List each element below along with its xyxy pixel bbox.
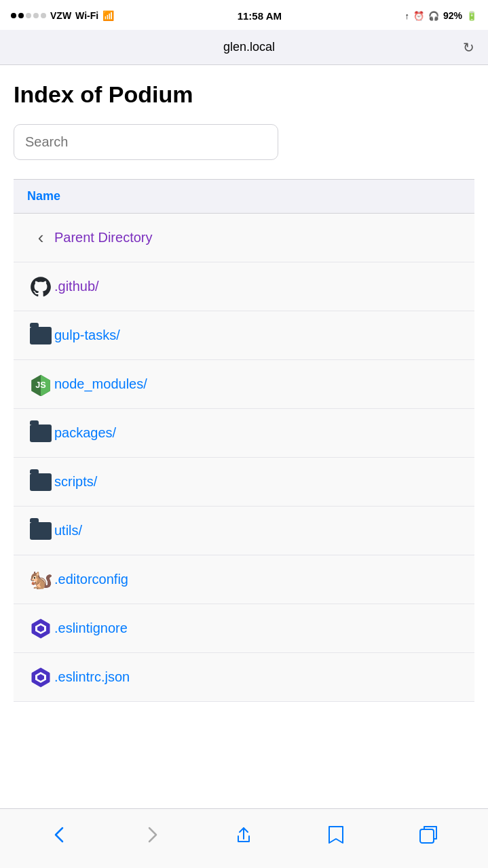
page-title: Index of Podium (14, 81, 474, 108)
dir-entry: .github/ (14, 262, 474, 311)
back-button[interactable] (39, 814, 80, 855)
dir-entry: 🐿️.editorconfig (14, 555, 474, 604)
dir-entry-link[interactable]: .github/ (54, 279, 461, 294)
dir-entry-link[interactable]: gulp-tasks/ (54, 328, 461, 343)
folder-icon (27, 425, 54, 442)
tabs-button[interactable] (408, 814, 449, 855)
signal-dots (11, 13, 46, 18)
svg-rect-8 (420, 829, 434, 843)
forward-button[interactable] (132, 814, 172, 855)
table-row: 🐿️.editorconfig (14, 555, 474, 604)
carrier-label: VZW (50, 10, 71, 21)
signal-dot-5 (41, 13, 46, 18)
dir-entry: gulp-tasks/ (14, 311, 474, 360)
dir-entry: .eslintignore (14, 604, 474, 653)
share-button[interactable] (223, 814, 264, 855)
dir-entry-link[interactable]: node_modules/ (54, 376, 461, 392)
signal-dot-2 (18, 13, 24, 18)
network-label: Wi-Fi (75, 10, 98, 21)
dir-entry: utils/ (14, 507, 474, 555)
signal-dot-1 (11, 13, 16, 18)
wifi-icon: 📶 (102, 10, 114, 21)
table-row: scripts/ (14, 458, 474, 507)
status-left: VZW Wi-Fi 📶 (11, 10, 114, 21)
table-header: Name (14, 180, 474, 214)
table-row: JS node_modules/ (14, 360, 474, 409)
directory-table: Name ‹Parent Directory .github/gulp-task… (14, 179, 474, 702)
headphone-icon: 🎧 (428, 11, 439, 21)
location-icon: ↑ (405, 11, 409, 21)
dir-entry-link[interactable]: Parent Directory (54, 230, 461, 245)
bottom-navigation (0, 808, 488, 868)
dir-entry-link[interactable]: scripts/ (54, 474, 461, 490)
url-bar[interactable]: glen.local (38, 40, 460, 54)
table-row: gulp-tasks/ (14, 311, 474, 360)
dir-entry: packages/ (14, 409, 474, 458)
dir-entry-link[interactable]: .eslintignore (54, 620, 461, 636)
status-bar: VZW Wi-Fi 📶 11:58 AM ↑ ⏰ 🎧 92% 🔋 (0, 0, 488, 30)
svg-text:JS: JS (35, 380, 46, 390)
eslint-icon (27, 667, 54, 688)
directory-body: ‹Parent Directory .github/gulp-tasks/ JS… (14, 214, 474, 703)
browser-bar: glen.local ↻ (0, 30, 488, 65)
alarm-icon: ⏰ (413, 11, 424, 21)
folder-icon (27, 327, 54, 344)
dir-entry-link[interactable]: .eslintrc.json (54, 669, 461, 685)
table-row: packages/ (14, 409, 474, 458)
battery-label: 92% (443, 10, 462, 21)
table-row: ‹Parent Directory (14, 214, 474, 263)
bookmarks-button[interactable] (316, 814, 356, 855)
folder-icon (30, 522, 52, 540)
table-row: .eslintrc.json (14, 653, 474, 702)
squirrel-icon: 🐿️ (27, 568, 54, 591)
table-row: .github/ (14, 262, 474, 311)
search-input[interactable] (14, 124, 278, 160)
eslint-icon (27, 618, 54, 639)
dir-entry: JS node_modules/ (14, 360, 474, 409)
name-column-header: Name (14, 180, 474, 214)
dir-entry: ‹Parent Directory (14, 214, 474, 262)
dir-entry: scripts/ (14, 458, 474, 507)
folder-icon (30, 473, 52, 491)
folder-icon (27, 522, 54, 540)
signal-dot-3 (26, 13, 31, 18)
folder-icon (30, 425, 52, 442)
reload-button[interactable]: ↻ (460, 37, 477, 58)
signal-dot-4 (33, 13, 39, 18)
table-row: utils/ (14, 507, 474, 555)
dir-entry-link[interactable]: .editorconfig (54, 572, 461, 587)
parent-arrow-icon: ‹ (38, 227, 44, 248)
battery-icon: 🔋 (466, 11, 477, 21)
squirrel-icon: 🐿️ (29, 568, 53, 591)
folder-icon (27, 473, 54, 491)
page-content: Index of Podium Name ‹Parent Directory .… (0, 65, 488, 770)
dir-entry-link[interactable]: utils/ (54, 523, 461, 538)
table-row: .eslintignore (14, 604, 474, 653)
dir-entry-link[interactable]: packages/ (54, 425, 461, 441)
nodejs-icon: JS (27, 373, 54, 396)
github-icon (27, 275, 54, 298)
dir-entry: .eslintrc.json (14, 653, 474, 702)
status-time: 11:58 AM (238, 10, 282, 22)
status-right: ↑ ⏰ 🎧 92% 🔋 (405, 10, 477, 21)
folder-icon (30, 327, 52, 344)
